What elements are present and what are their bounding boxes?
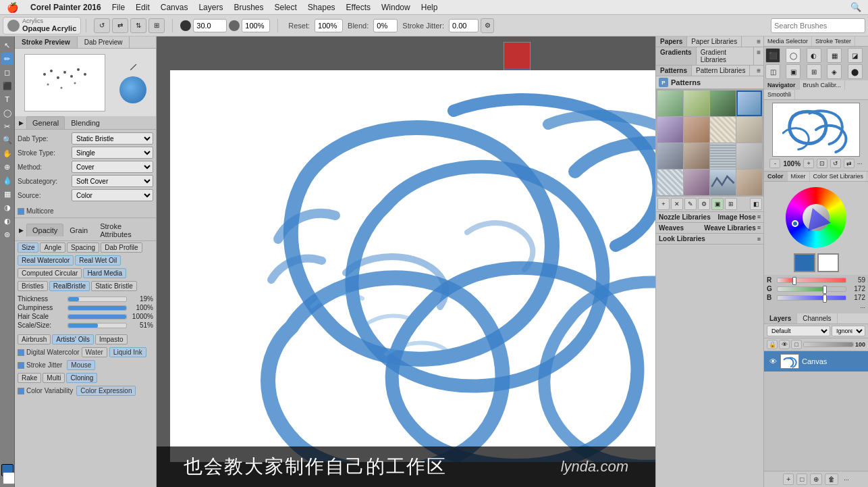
dab-profile-tab[interactable]: Dab Profile	[101, 242, 142, 253]
method-dropdown[interactable]: Cover	[72, 161, 153, 173]
pattern-swatch-4[interactable]	[736, 91, 762, 116]
canvas-layer-vis-icon[interactable]: 👁	[768, 357, 778, 366]
real-wet-oil-btn[interactable]: Real Wet Oil	[75, 255, 121, 265]
layer-blend-dropdown[interactable]: Default	[767, 326, 830, 336]
multicore-checkbox[interactable]	[18, 208, 24, 215]
shape-tool-icon[interactable]: ◯	[1, 107, 13, 119]
settings-toggle-icon[interactable]: ▶	[19, 120, 24, 126]
shapes-menu[interactable]: Shapes	[302, 0, 341, 15]
media-icon-1[interactable]: ⬛	[765, 48, 780, 63]
pattern-swatch-8[interactable]	[736, 117, 762, 143]
blend-input[interactable]	[373, 19, 398, 32]
gradient-tool-icon[interactable]: ▦	[1, 188, 13, 200]
gradients-tab[interactable]: Gradients	[656, 47, 697, 65]
flip-btn[interactable]: ⇄	[844, 159, 855, 168]
patterns-tab[interactable]: Patterns	[656, 66, 692, 76]
rotate-btn[interactable]: ↺	[830, 159, 841, 168]
water-btn[interactable]: Water	[82, 347, 107, 357]
pattern-swatch-1[interactable]	[657, 91, 683, 116]
multi-btn[interactable]: Multi	[43, 373, 65, 383]
pattern-tile-btn[interactable]: ⊞	[725, 198, 737, 210]
brush-tool-icon[interactable]: ✏	[1, 53, 13, 65]
pattern-swatch-6[interactable]	[684, 117, 709, 143]
channels-tab[interactable]: Channels	[797, 313, 837, 324]
bristles-btn[interactable]: Bristles	[18, 281, 48, 291]
pattern-swatch-7[interactable]	[710, 117, 736, 143]
scale-size-slider[interactable]	[67, 323, 127, 328]
nav-more-btn[interactable]: ···	[857, 160, 863, 167]
effects-menu[interactable]: Effects	[341, 0, 376, 15]
brush-calibr-tab[interactable]: Brush Calibr...	[800, 80, 846, 90]
settings-gear-btn[interactable]: ⚙	[481, 18, 494, 33]
color-tab[interactable]: Color	[764, 172, 788, 181]
impasto-btn[interactable]: Impasto	[95, 334, 128, 344]
papers-menu-btn[interactable]: ≡	[754, 36, 763, 47]
stroke-attrs-tab[interactable]: Stroke Attributes	[94, 220, 156, 240]
pattern-libraries-tab[interactable]: Pattern Libraries	[692, 66, 750, 76]
new-layer-btn[interactable]: +	[783, 473, 794, 485]
dab-preview-tab[interactable]: Dab Preview	[78, 36, 130, 48]
layer-composite-dropdown[interactable]: Ignore	[832, 326, 865, 336]
pattern-swatch-2[interactable]	[684, 91, 709, 116]
group-layer-btn[interactable]: □	[796, 473, 807, 485]
color-picker-icon[interactable]: 💧	[1, 174, 13, 186]
navigator-tab[interactable]: Navigator	[764, 80, 800, 90]
color-more-btn[interactable]: ···	[860, 304, 865, 311]
media-icon-8[interactable]: ⊞	[807, 64, 821, 79]
computed-circular-btn[interactable]: Computed Circular	[18, 268, 82, 278]
stroke-toggle-icon[interactable]: ▶	[19, 227, 24, 234]
real-watercolor-btn[interactable]: Real Watercolor	[18, 255, 74, 265]
angle-tab[interactable]: Angle	[40, 242, 65, 253]
source-dropdown[interactable]: Color	[72, 189, 153, 201]
brushes-menu[interactable]: Brushes	[228, 0, 269, 15]
stroke-preview-tab[interactable]: Stroke Preview	[15, 36, 78, 48]
mixer-tab[interactable]: Mixer	[788, 172, 810, 181]
pattern-swatch-12[interactable]	[736, 143, 762, 169]
papers-tab[interactable]: Papers	[656, 36, 687, 47]
apple-menu[interactable]: 🍎	[0, 2, 25, 13]
clone-tool-icon[interactable]: ⊛	[1, 228, 13, 240]
eraser-tool-icon[interactable]: ◻	[1, 66, 13, 78]
clumpiness-slider[interactable]	[67, 305, 127, 311]
spacing-tab[interactable]: Spacing	[67, 242, 99, 253]
liquid-ink-btn[interactable]: Liquid Ink	[109, 347, 146, 357]
edit-menu[interactable]: Edit	[130, 0, 155, 15]
blending-tab[interactable]: Blending	[65, 116, 106, 129]
pattern-swatch-10[interactable]	[684, 143, 709, 169]
canvas-layer-item[interactable]: 👁 Canvas	[764, 351, 868, 371]
pattern-swatch-15[interactable]	[710, 170, 736, 195]
fill-tool-icon[interactable]: ⬛	[1, 80, 13, 92]
mouse-btn[interactable]: Mouse	[67, 360, 95, 370]
rotate-tool[interactable]: ↺	[94, 18, 110, 33]
grain-tab[interactable]: Grain	[63, 224, 94, 236]
cloning-btn[interactable]: Cloning	[66, 373, 97, 383]
media-icon-9[interactable]: ◈	[827, 64, 842, 79]
pattern-view-btn[interactable]: ▣	[711, 198, 724, 210]
foreground-color-swatch[interactable]	[794, 253, 815, 272]
media-icon-2[interactable]: ◯	[786, 48, 801, 63]
media-icon-6[interactable]: ◫	[765, 64, 780, 79]
arrow-tool-icon[interactable]: ↖	[1, 39, 13, 51]
edit-pattern-btn[interactable]: ✎	[684, 198, 697, 210]
layer-lock-btn[interactable]: 🔒	[767, 340, 778, 349]
file-menu[interactable]: File	[107, 0, 130, 15]
opacity-input[interactable]	[242, 19, 270, 32]
media-icon-10[interactable]: ⬤	[848, 64, 863, 79]
search-brushes-input[interactable]	[771, 18, 865, 33]
nozzle-expand-icon[interactable]: ≡	[757, 213, 761, 221]
pattern-swatch-red[interactable]	[504, 43, 530, 68]
weaves-expand-icon[interactable]: ≡	[757, 224, 761, 232]
real-bristle-btn[interactable]: RealBristle	[49, 281, 90, 291]
artists-oils-btn[interactable]: Artists' Oils	[52, 334, 94, 344]
layer-opacity-slider[interactable]	[803, 342, 854, 347]
look-expand-icon[interactable]: ≡	[757, 236, 761, 242]
flip-v-tool[interactable]: ⇅	[130, 18, 146, 33]
pattern-swatch-13[interactable]	[657, 170, 683, 195]
paper-libraries-tab[interactable]: Paper Libraries	[687, 36, 742, 47]
pattern-swatch-3[interactable]	[710, 91, 736, 116]
pattern-swatch-11[interactable]	[710, 143, 736, 169]
mirror-tool[interactable]: ⊞	[148, 18, 165, 33]
pattern-swatch-16[interactable]	[736, 170, 762, 195]
text-tool-icon[interactable]: T	[1, 93, 13, 105]
thickness-slider[interactable]	[67, 297, 127, 302]
